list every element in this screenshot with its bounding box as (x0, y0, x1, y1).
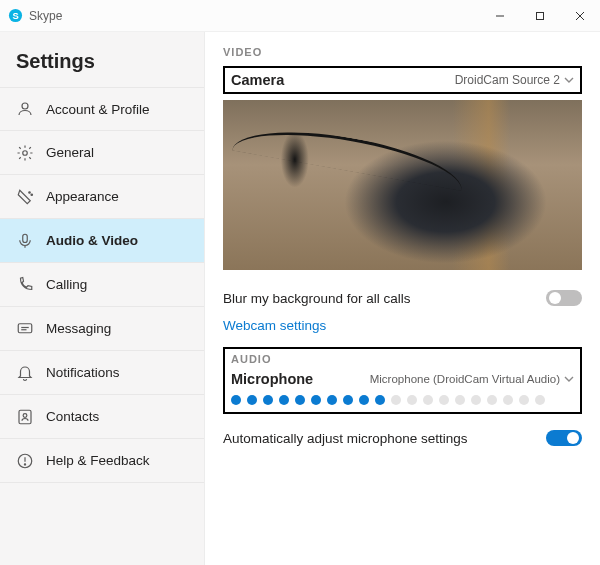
audio-section-label: AUDIO (231, 353, 574, 365)
meter-dot (263, 395, 273, 405)
camera-row-highlight: Camera DroidCam Source 2 (223, 66, 582, 94)
meter-dot (455, 395, 465, 405)
camera-selected-value: DroidCam Source 2 (455, 73, 560, 87)
svg-point-7 (23, 150, 28, 155)
sidebar-item-label: Help & Feedback (46, 453, 150, 468)
webcam-settings-link[interactable]: Webcam settings (223, 312, 582, 347)
meter-dot (359, 395, 369, 405)
meter-dot (279, 395, 289, 405)
meter-dot (311, 395, 321, 405)
auto-adjust-mic-toggle[interactable] (546, 430, 582, 446)
camera-preview (223, 100, 582, 270)
meter-dot (471, 395, 481, 405)
meter-dot (423, 395, 433, 405)
bell-icon (16, 364, 34, 382)
svg-point-8 (29, 191, 31, 193)
skype-logo-icon: S (8, 8, 23, 23)
blur-background-label: Blur my background for all calls (223, 291, 411, 306)
help-icon (16, 452, 34, 470)
appearance-icon (16, 188, 34, 206)
microphone-select[interactable]: Microphone (DroidCam Virtual Audio) (370, 373, 574, 385)
camera-label: Camera (231, 72, 284, 88)
svg-rect-10 (23, 234, 28, 242)
sidebar-item-label: General (46, 145, 94, 160)
sidebar-item-notifications[interactable]: Notifications (0, 351, 204, 395)
sidebar-item-label: Audio & Video (46, 233, 138, 248)
chevron-down-icon (564, 75, 574, 85)
sidebar-item-label: Appearance (46, 189, 119, 204)
svg-rect-3 (537, 12, 544, 19)
close-button[interactable] (560, 0, 600, 32)
content: VIDEO Camera DroidCam Source 2 Blur my b… (205, 32, 600, 565)
message-icon (16, 320, 34, 338)
camera-select[interactable]: DroidCam Source 2 (455, 73, 574, 87)
meter-dot (439, 395, 449, 405)
meter-dot (375, 395, 385, 405)
meter-dot (487, 395, 497, 405)
microphone-level-meter (231, 393, 574, 408)
sidebar-item-audio-video[interactable]: Audio & Video (0, 219, 204, 263)
sidebar-item-label: Calling (46, 277, 87, 292)
svg-point-9 (31, 194, 33, 196)
window-title: Skype (29, 9, 480, 23)
contacts-icon (16, 408, 34, 426)
titlebar: S Skype (0, 0, 600, 32)
maximize-button[interactable] (520, 0, 560, 32)
microphone-icon (16, 232, 34, 250)
account-icon (16, 100, 34, 118)
meter-dot (295, 395, 305, 405)
chevron-down-icon (564, 374, 574, 384)
microphone-selected-value: Microphone (DroidCam Virtual Audio) (370, 373, 560, 385)
sidebar-item-general[interactable]: General (0, 131, 204, 175)
phone-icon (16, 276, 34, 294)
svg-point-15 (23, 413, 27, 417)
meter-dot (407, 395, 417, 405)
sidebar-item-contacts[interactable]: Contacts (0, 395, 204, 439)
settings-nav: Account & ProfileGeneralAppearanceAudio … (0, 87, 204, 483)
page-title: Settings (0, 32, 204, 87)
blur-background-toggle[interactable] (546, 290, 582, 306)
meter-dot (327, 395, 337, 405)
meter-dot (343, 395, 353, 405)
meter-dot (247, 395, 257, 405)
microphone-row-highlight: AUDIO Microphone Microphone (DroidCam Vi… (223, 347, 582, 414)
sidebar-item-label: Contacts (46, 409, 99, 424)
svg-rect-11 (18, 323, 32, 332)
sidebar-item-label: Account & Profile (46, 102, 150, 117)
svg-point-18 (24, 463, 25, 464)
meter-dot (535, 395, 545, 405)
meter-dot (391, 395, 401, 405)
meter-dot (503, 395, 513, 405)
sidebar-item-label: Notifications (46, 365, 120, 380)
sidebar-item-help-feedback[interactable]: Help & Feedback (0, 439, 204, 483)
svg-text:S: S (12, 11, 18, 21)
video-section-label: VIDEO (223, 46, 582, 58)
microphone-label: Microphone (231, 371, 313, 387)
sidebar-item-messaging[interactable]: Messaging (0, 307, 204, 351)
sidebar: Settings Account & ProfileGeneralAppeara… (0, 32, 205, 565)
meter-dot (519, 395, 529, 405)
gear-icon (16, 144, 34, 162)
sidebar-item-calling[interactable]: Calling (0, 263, 204, 307)
minimize-button[interactable] (480, 0, 520, 32)
meter-dot (231, 395, 241, 405)
svg-point-6 (22, 103, 28, 109)
sidebar-item-label: Messaging (46, 321, 111, 336)
sidebar-item-account-profile[interactable]: Account & Profile (0, 87, 204, 131)
sidebar-item-appearance[interactable]: Appearance (0, 175, 204, 219)
auto-adjust-mic-label: Automatically adjust microphone settings (223, 431, 468, 446)
